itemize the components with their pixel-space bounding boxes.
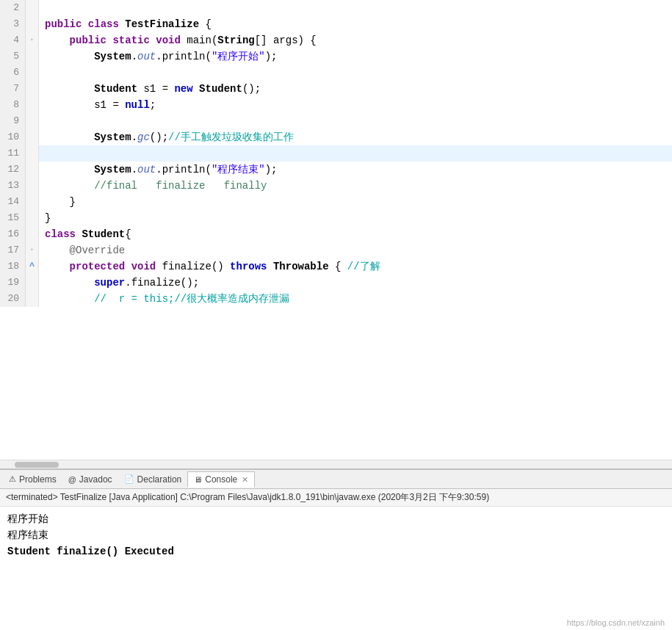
problems-label: Problems: [19, 474, 57, 485]
code-line-8: 8 s1 = null;: [0, 97, 672, 113]
code-line-17: 17 ◦ @Override: [0, 242, 672, 258]
code-line-20: 20 // r = this;//很大概率造成内存泄漏: [0, 291, 672, 307]
console-output-line2: 程序结束: [7, 529, 48, 541]
tab-javadoc[interactable]: @ Javadoc: [62, 472, 118, 487]
tab-problems[interactable]: ⚠ Problems: [3, 472, 62, 487]
panel-tabs: ⚠ Problems @ Javadoc 📄 Declaration 🖥 Con…: [0, 470, 672, 489]
code-editor[interactable]: 2 3 public class TestFinalize { 4 ◦ publ…: [0, 0, 672, 468]
console-line-1: 程序开始: [7, 511, 665, 527]
console-output: 程序开始 程序结束 Student finalize() Executed ht…: [0, 507, 672, 630]
code-line-14: 14 }: [0, 194, 672, 210]
code-line-11: 11: [0, 145, 672, 162]
tab-declaration[interactable]: 📄 Declaration: [118, 472, 188, 487]
horizontal-scrollbar[interactable]: [0, 460, 672, 468]
declaration-icon: 📄: [124, 474, 134, 484]
bottom-panel: ⚠ Problems @ Javadoc 📄 Declaration 🖥 Con…: [0, 468, 672, 630]
code-line-7: 7 Student s1 = new Student();: [0, 81, 672, 97]
console-label: Console: [205, 474, 237, 485]
code-line-4: 4 ◦ public static void main(String[] arg…: [0, 32, 672, 48]
code-line-6: 6: [0, 65, 672, 81]
scrollbar-thumb[interactable]: [15, 462, 59, 468]
console-output-line1: 程序开始: [7, 513, 48, 525]
tab-console[interactable]: 🖥 Console ✕: [187, 471, 255, 488]
code-line-2: 2: [0, 0, 672, 16]
console-icon: 🖥: [194, 475, 202, 484]
code-line-9: 9: [0, 113, 672, 129]
code-line-5: 5 System.out.println("程序开始");: [0, 48, 672, 65]
console-url: https://blog.csdn.net/xzainh: [567, 618, 665, 627]
console-line-3: Student finalize() Executed: [7, 543, 665, 560]
console-terminated-header: <terminated> TestFinalize [Java Applicat…: [0, 489, 672, 507]
problems-icon: ⚠: [9, 474, 16, 484]
code-line-19: 19 super.finalize();: [0, 275, 672, 291]
code-line-15: 15 }: [0, 210, 672, 226]
javadoc-label: Javadoc: [79, 474, 112, 485]
code-lines: 2 3 public class TestFinalize { 4 ◦ publ…: [0, 0, 672, 307]
console-line-2: 程序结束: [7, 527, 665, 543]
console-close: ✕: [242, 475, 248, 485]
declaration-label: Declaration: [137, 474, 182, 485]
code-line-12: 12 System.out.println("程序结束");: [0, 162, 672, 178]
console-output-line3: Student finalize() Executed: [7, 546, 174, 557]
code-line-13: 13 //final finalize finally: [0, 178, 672, 194]
terminated-text: <terminated> TestFinalize [Java Applicat…: [6, 492, 489, 502]
javadoc-icon: @: [68, 475, 76, 484]
code-line-16: 16 class Student{: [0, 226, 672, 242]
code-line-10: 10 System.gc();//手工触发垃圾收集的工作: [0, 129, 672, 145]
code-line-3: 3 public class TestFinalize {: [0, 16, 672, 32]
code-line-18: 18 ^ protected void finalize() throws Th…: [0, 258, 672, 275]
